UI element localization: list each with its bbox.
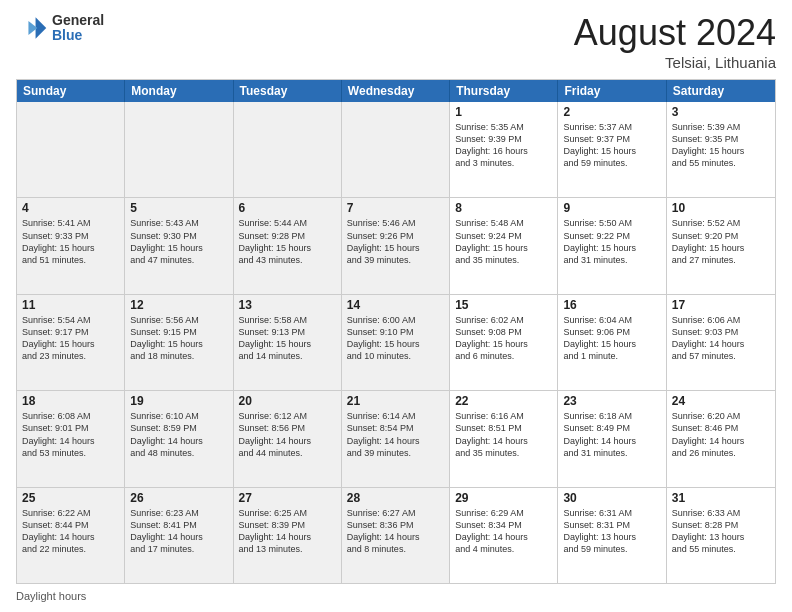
weekday-header: Thursday [450, 80, 558, 102]
calendar-cell: 1Sunrise: 5:35 AM Sunset: 9:39 PM Daylig… [450, 102, 558, 197]
day-info: Sunrise: 5:35 AM Sunset: 9:39 PM Dayligh… [455, 121, 552, 170]
calendar-cell: 19Sunrise: 6:10 AM Sunset: 8:59 PM Dayli… [125, 391, 233, 486]
weekday-header: Friday [558, 80, 666, 102]
day-info: Sunrise: 6:10 AM Sunset: 8:59 PM Dayligh… [130, 410, 227, 459]
day-number: 3 [672, 105, 770, 119]
day-info: Sunrise: 5:56 AM Sunset: 9:15 PM Dayligh… [130, 314, 227, 363]
day-number: 15 [455, 298, 552, 312]
day-number: 18 [22, 394, 119, 408]
day-number: 31 [672, 491, 770, 505]
day-info: Sunrise: 5:54 AM Sunset: 9:17 PM Dayligh… [22, 314, 119, 363]
calendar-cell: 9Sunrise: 5:50 AM Sunset: 9:22 PM Daylig… [558, 198, 666, 293]
calendar-cell: 7Sunrise: 5:46 AM Sunset: 9:26 PM Daylig… [342, 198, 450, 293]
month-title: August 2024 [574, 12, 776, 54]
day-number: 4 [22, 201, 119, 215]
weekday-header: Saturday [667, 80, 775, 102]
day-info: Sunrise: 6:14 AM Sunset: 8:54 PM Dayligh… [347, 410, 444, 459]
calendar-cell [342, 102, 450, 197]
calendar-cell: 21Sunrise: 6:14 AM Sunset: 8:54 PM Dayli… [342, 391, 450, 486]
calendar-cell: 12Sunrise: 5:56 AM Sunset: 9:15 PM Dayli… [125, 295, 233, 390]
day-info: Sunrise: 6:29 AM Sunset: 8:34 PM Dayligh… [455, 507, 552, 556]
day-number: 13 [239, 298, 336, 312]
calendar-cell: 26Sunrise: 6:23 AM Sunset: 8:41 PM Dayli… [125, 488, 233, 583]
day-info: Sunrise: 6:22 AM Sunset: 8:44 PM Dayligh… [22, 507, 119, 556]
calendar-cell: 8Sunrise: 5:48 AM Sunset: 9:24 PM Daylig… [450, 198, 558, 293]
day-info: Sunrise: 5:37 AM Sunset: 9:37 PM Dayligh… [563, 121, 660, 170]
calendar-cell: 15Sunrise: 6:02 AM Sunset: 9:08 PM Dayli… [450, 295, 558, 390]
day-info: Sunrise: 5:52 AM Sunset: 9:20 PM Dayligh… [672, 217, 770, 266]
weekday-header: Sunday [17, 80, 125, 102]
weekday-header: Monday [125, 80, 233, 102]
day-number: 21 [347, 394, 444, 408]
day-info: Sunrise: 5:44 AM Sunset: 9:28 PM Dayligh… [239, 217, 336, 266]
day-number: 10 [672, 201, 770, 215]
weekday-header: Wednesday [342, 80, 450, 102]
title-block: August 2024 Telsiai, Lithuania [574, 12, 776, 71]
day-info: Sunrise: 6:00 AM Sunset: 9:10 PM Dayligh… [347, 314, 444, 363]
day-info: Sunrise: 6:18 AM Sunset: 8:49 PM Dayligh… [563, 410, 660, 459]
day-info: Sunrise: 6:20 AM Sunset: 8:46 PM Dayligh… [672, 410, 770, 459]
calendar-row: 1Sunrise: 5:35 AM Sunset: 9:39 PM Daylig… [17, 102, 775, 197]
calendar-cell: 5Sunrise: 5:43 AM Sunset: 9:30 PM Daylig… [125, 198, 233, 293]
day-number: 26 [130, 491, 227, 505]
day-number: 9 [563, 201, 660, 215]
day-info: Sunrise: 6:31 AM Sunset: 8:31 PM Dayligh… [563, 507, 660, 556]
day-number: 7 [347, 201, 444, 215]
day-number: 14 [347, 298, 444, 312]
calendar-cell: 3Sunrise: 5:39 AM Sunset: 9:35 PM Daylig… [667, 102, 775, 197]
calendar: SundayMondayTuesdayWednesdayThursdayFrid… [16, 79, 776, 584]
calendar-row: 25Sunrise: 6:22 AM Sunset: 8:44 PM Dayli… [17, 487, 775, 583]
day-number: 2 [563, 105, 660, 119]
day-number: 27 [239, 491, 336, 505]
calendar-cell: 10Sunrise: 5:52 AM Sunset: 9:20 PM Dayli… [667, 198, 775, 293]
calendar-cell: 25Sunrise: 6:22 AM Sunset: 8:44 PM Dayli… [17, 488, 125, 583]
calendar-cell: 27Sunrise: 6:25 AM Sunset: 8:39 PM Dayli… [234, 488, 342, 583]
day-info: Sunrise: 5:58 AM Sunset: 9:13 PM Dayligh… [239, 314, 336, 363]
day-number: 24 [672, 394, 770, 408]
page: General Blue August 2024 Telsiai, Lithua… [0, 0, 792, 612]
day-info: Sunrise: 6:33 AM Sunset: 8:28 PM Dayligh… [672, 507, 770, 556]
day-number: 1 [455, 105, 552, 119]
day-info: Sunrise: 6:25 AM Sunset: 8:39 PM Dayligh… [239, 507, 336, 556]
day-number: 28 [347, 491, 444, 505]
calendar-cell: 18Sunrise: 6:08 AM Sunset: 9:01 PM Dayli… [17, 391, 125, 486]
calendar-cell: 31Sunrise: 6:33 AM Sunset: 8:28 PM Dayli… [667, 488, 775, 583]
location: Telsiai, Lithuania [574, 54, 776, 71]
day-number: 11 [22, 298, 119, 312]
day-number: 5 [130, 201, 227, 215]
day-number: 17 [672, 298, 770, 312]
day-info: Sunrise: 5:46 AM Sunset: 9:26 PM Dayligh… [347, 217, 444, 266]
day-info: Sunrise: 6:16 AM Sunset: 8:51 PM Dayligh… [455, 410, 552, 459]
day-number: 6 [239, 201, 336, 215]
calendar-cell: 13Sunrise: 5:58 AM Sunset: 9:13 PM Dayli… [234, 295, 342, 390]
day-number: 23 [563, 394, 660, 408]
calendar-cell: 20Sunrise: 6:12 AM Sunset: 8:56 PM Dayli… [234, 391, 342, 486]
calendar-cell: 16Sunrise: 6:04 AM Sunset: 9:06 PM Dayli… [558, 295, 666, 390]
day-info: Sunrise: 6:04 AM Sunset: 9:06 PM Dayligh… [563, 314, 660, 363]
day-info: Sunrise: 5:41 AM Sunset: 9:33 PM Dayligh… [22, 217, 119, 266]
logo-line2: Blue [52, 28, 104, 43]
calendar-cell: 22Sunrise: 6:16 AM Sunset: 8:51 PM Dayli… [450, 391, 558, 486]
calendar-header: SundayMondayTuesdayWednesdayThursdayFrid… [17, 80, 775, 102]
day-info: Sunrise: 6:12 AM Sunset: 8:56 PM Dayligh… [239, 410, 336, 459]
day-info: Sunrise: 5:43 AM Sunset: 9:30 PM Dayligh… [130, 217, 227, 266]
calendar-cell: 30Sunrise: 6:31 AM Sunset: 8:31 PM Dayli… [558, 488, 666, 583]
calendar-cell: 6Sunrise: 5:44 AM Sunset: 9:28 PM Daylig… [234, 198, 342, 293]
calendar-body: 1Sunrise: 5:35 AM Sunset: 9:39 PM Daylig… [17, 102, 775, 583]
calendar-cell [234, 102, 342, 197]
calendar-cell: 23Sunrise: 6:18 AM Sunset: 8:49 PM Dayli… [558, 391, 666, 486]
calendar-cell: 2Sunrise: 5:37 AM Sunset: 9:37 PM Daylig… [558, 102, 666, 197]
footer: Daylight hours [16, 590, 776, 602]
day-number: 22 [455, 394, 552, 408]
calendar-cell: 29Sunrise: 6:29 AM Sunset: 8:34 PM Dayli… [450, 488, 558, 583]
calendar-row: 4Sunrise: 5:41 AM Sunset: 9:33 PM Daylig… [17, 197, 775, 293]
calendar-cell: 28Sunrise: 6:27 AM Sunset: 8:36 PM Dayli… [342, 488, 450, 583]
day-info: Sunrise: 6:23 AM Sunset: 8:41 PM Dayligh… [130, 507, 227, 556]
logo-icon [16, 12, 48, 44]
day-info: Sunrise: 6:06 AM Sunset: 9:03 PM Dayligh… [672, 314, 770, 363]
calendar-cell: 11Sunrise: 5:54 AM Sunset: 9:17 PM Dayli… [17, 295, 125, 390]
calendar-cell: 24Sunrise: 6:20 AM Sunset: 8:46 PM Dayli… [667, 391, 775, 486]
day-info: Sunrise: 6:08 AM Sunset: 9:01 PM Dayligh… [22, 410, 119, 459]
calendar-row: 11Sunrise: 5:54 AM Sunset: 9:17 PM Dayli… [17, 294, 775, 390]
logo-text: General Blue [52, 13, 104, 44]
